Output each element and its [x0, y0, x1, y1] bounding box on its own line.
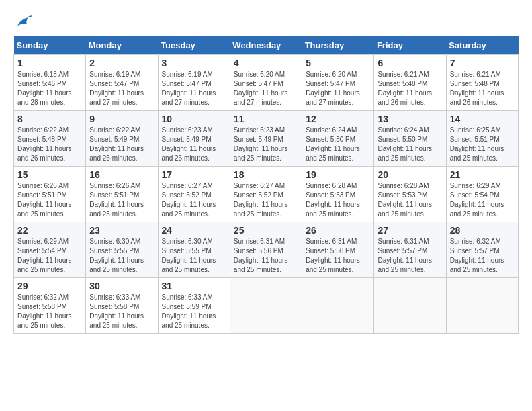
weekday-header-tuesday: Tuesday: [158, 36, 230, 55]
day-info: Sunrise: 6:28 AMSunset: 5:53 PMDaylight:…: [378, 182, 432, 218]
day-info: Sunrise: 6:24 AMSunset: 5:50 PMDaylight:…: [306, 126, 360, 162]
day-info: Sunrise: 6:32 AMSunset: 5:57 PMDaylight:…: [450, 238, 504, 273]
day-number: 13: [378, 113, 442, 124]
day-number: 22: [17, 225, 82, 236]
day-number: 2: [89, 58, 154, 68]
day-number: 20: [378, 169, 442, 180]
day-info: Sunrise: 6:26 AMSunset: 5:51 PMDaylight:…: [17, 182, 72, 218]
calendar-cell: [230, 278, 302, 334]
calendar-cell: 26Sunrise: 6:31 AMSunset: 5:56 PMDayligh…: [302, 222, 374, 278]
day-number: 12: [306, 113, 370, 124]
weekday-header-sunday: Sunday: [14, 36, 86, 55]
calendar-cell: 5Sunrise: 6:20 AMSunset: 5:47 PMDaylight…: [302, 55, 374, 111]
day-number: 1: [17, 58, 82, 68]
weekday-header-saturday: Saturday: [446, 36, 518, 55]
day-info: Sunrise: 6:31 AMSunset: 5:57 PMDaylight:…: [378, 238, 432, 273]
day-number: 16: [89, 169, 154, 180]
calendar-cell: 6Sunrise: 6:21 AMSunset: 5:48 PMDaylight…: [374, 55, 446, 111]
calendar-cell: 31Sunrise: 6:33 AMSunset: 5:59 PMDayligh…: [158, 278, 230, 334]
day-info: Sunrise: 6:27 AMSunset: 5:52 PMDaylight:…: [234, 182, 288, 218]
calendar-cell: 2Sunrise: 6:19 AMSunset: 5:47 PMDaylight…: [86, 55, 158, 111]
calendar-cell: 13Sunrise: 6:24 AMSunset: 5:50 PMDayligh…: [374, 111, 446, 167]
day-number: 11: [234, 113, 298, 124]
day-number: 23: [89, 225, 154, 236]
calendar-week-row: 1Sunrise: 6:18 AMSunset: 5:46 PMDaylight…: [14, 55, 519, 111]
day-info: Sunrise: 6:26 AMSunset: 5:51 PMDaylight:…: [89, 182, 144, 218]
day-info: Sunrise: 6:30 AMSunset: 5:55 PMDaylight:…: [89, 238, 144, 273]
day-number: 25: [234, 225, 298, 236]
day-info: Sunrise: 6:24 AMSunset: 5:50 PMDaylight:…: [378, 126, 432, 162]
day-info: Sunrise: 6:23 AMSunset: 5:49 PMDaylight:…: [234, 126, 288, 162]
calendar-cell: 27Sunrise: 6:31 AMSunset: 5:57 PMDayligh…: [374, 222, 446, 278]
day-number: 28: [450, 225, 515, 236]
day-number: 19: [306, 169, 370, 180]
calendar-body: 1Sunrise: 6:18 AMSunset: 5:46 PMDaylight…: [14, 55, 519, 334]
day-info: Sunrise: 6:20 AMSunset: 5:47 PMDaylight:…: [234, 71, 288, 106]
page-header: [13, 13, 519, 30]
day-number: 8: [17, 113, 82, 124]
calendar-cell: 29Sunrise: 6:32 AMSunset: 5:58 PMDayligh…: [14, 278, 86, 334]
day-number: 21: [450, 169, 515, 180]
weekday-header-wednesday: Wednesday: [230, 36, 302, 55]
calendar-cell: 10Sunrise: 6:23 AMSunset: 5:49 PMDayligh…: [158, 111, 230, 167]
day-number: 6: [378, 58, 442, 68]
calendar-cell: 30Sunrise: 6:33 AMSunset: 5:58 PMDayligh…: [86, 278, 158, 334]
calendar-cell: 12Sunrise: 6:24 AMSunset: 5:50 PMDayligh…: [302, 111, 374, 167]
day-number: 29: [17, 281, 82, 291]
calendar-cell: 23Sunrise: 6:30 AMSunset: 5:55 PMDayligh…: [86, 222, 158, 278]
day-number: 15: [17, 169, 82, 180]
day-number: 26: [306, 225, 370, 236]
calendar-week-row: 15Sunrise: 6:26 AMSunset: 5:51 PMDayligh…: [14, 167, 519, 222]
day-info: Sunrise: 6:19 AMSunset: 5:47 PMDaylight:…: [162, 71, 216, 106]
calendar-cell: [446, 278, 518, 334]
calendar-week-row: 29Sunrise: 6:32 AMSunset: 5:58 PMDayligh…: [14, 278, 519, 334]
calendar-cell: 25Sunrise: 6:31 AMSunset: 5:56 PMDayligh…: [230, 222, 302, 278]
calendar-cell: 4Sunrise: 6:20 AMSunset: 5:47 PMDaylight…: [230, 55, 302, 111]
day-info: Sunrise: 6:20 AMSunset: 5:47 PMDaylight:…: [306, 71, 360, 106]
calendar-cell: 15Sunrise: 6:26 AMSunset: 5:51 PMDayligh…: [14, 167, 86, 222]
day-number: 27: [378, 225, 442, 236]
day-number: 4: [234, 58, 298, 68]
calendar-cell: 7Sunrise: 6:21 AMSunset: 5:48 PMDaylight…: [446, 55, 518, 111]
calendar-table: SundayMondayTuesdayWednesdayThursdayFrid…: [13, 36, 519, 334]
calendar-cell: [302, 278, 374, 334]
day-info: Sunrise: 6:32 AMSunset: 5:58 PMDaylight:…: [17, 293, 72, 329]
weekday-header-monday: Monday: [86, 36, 158, 55]
day-info: Sunrise: 6:21 AMSunset: 5:48 PMDaylight:…: [450, 71, 504, 106]
day-number: 9: [89, 113, 154, 124]
weekday-header-thursday: Thursday: [302, 36, 374, 55]
day-info: Sunrise: 6:28 AMSunset: 5:53 PMDaylight:…: [306, 182, 360, 218]
day-info: Sunrise: 6:25 AMSunset: 5:51 PMDaylight:…: [450, 126, 504, 162]
calendar-cell: 19Sunrise: 6:28 AMSunset: 5:53 PMDayligh…: [302, 167, 374, 222]
day-number: 30: [89, 281, 154, 291]
day-number: 10: [162, 113, 226, 124]
calendar-cell: 11Sunrise: 6:23 AMSunset: 5:49 PMDayligh…: [230, 111, 302, 167]
day-info: Sunrise: 6:30 AMSunset: 5:55 PMDaylight:…: [162, 238, 216, 273]
calendar-cell: 17Sunrise: 6:27 AMSunset: 5:52 PMDayligh…: [158, 167, 230, 222]
calendar-cell: 24Sunrise: 6:30 AMSunset: 5:55 PMDayligh…: [158, 222, 230, 278]
calendar-week-row: 22Sunrise: 6:29 AMSunset: 5:54 PMDayligh…: [14, 222, 519, 278]
day-info: Sunrise: 6:33 AMSunset: 5:58 PMDaylight:…: [89, 293, 144, 329]
day-info: Sunrise: 6:18 AMSunset: 5:46 PMDaylight:…: [17, 71, 72, 106]
logo: [13, 13, 34, 30]
day-info: Sunrise: 6:31 AMSunset: 5:56 PMDaylight:…: [234, 238, 288, 273]
day-number: 31: [162, 281, 226, 291]
calendar-cell: 28Sunrise: 6:32 AMSunset: 5:57 PMDayligh…: [446, 222, 518, 278]
day-number: 18: [234, 169, 298, 180]
calendar-cell: 22Sunrise: 6:29 AMSunset: 5:54 PMDayligh…: [14, 222, 86, 278]
day-info: Sunrise: 6:31 AMSunset: 5:56 PMDaylight:…: [306, 238, 360, 273]
weekday-header-friday: Friday: [374, 36, 446, 55]
calendar-cell: 16Sunrise: 6:26 AMSunset: 5:51 PMDayligh…: [86, 167, 158, 222]
day-info: Sunrise: 6:22 AMSunset: 5:49 PMDaylight:…: [89, 126, 144, 162]
calendar-week-row: 8Sunrise: 6:22 AMSunset: 5:48 PMDaylight…: [14, 111, 519, 167]
calendar-cell: 1Sunrise: 6:18 AMSunset: 5:46 PMDaylight…: [14, 55, 86, 111]
calendar-cell: 14Sunrise: 6:25 AMSunset: 5:51 PMDayligh…: [446, 111, 518, 167]
day-info: Sunrise: 6:27 AMSunset: 5:52 PMDaylight:…: [162, 182, 216, 218]
calendar-header-row: SundayMondayTuesdayWednesdayThursdayFrid…: [14, 36, 519, 55]
day-info: Sunrise: 6:29 AMSunset: 5:54 PMDaylight:…: [17, 238, 72, 273]
day-number: 3: [162, 58, 226, 68]
day-info: Sunrise: 6:21 AMSunset: 5:48 PMDaylight:…: [378, 71, 432, 106]
day-number: 5: [306, 58, 370, 68]
day-number: 24: [162, 225, 226, 236]
calendar-cell: 21Sunrise: 6:29 AMSunset: 5:54 PMDayligh…: [446, 167, 518, 222]
